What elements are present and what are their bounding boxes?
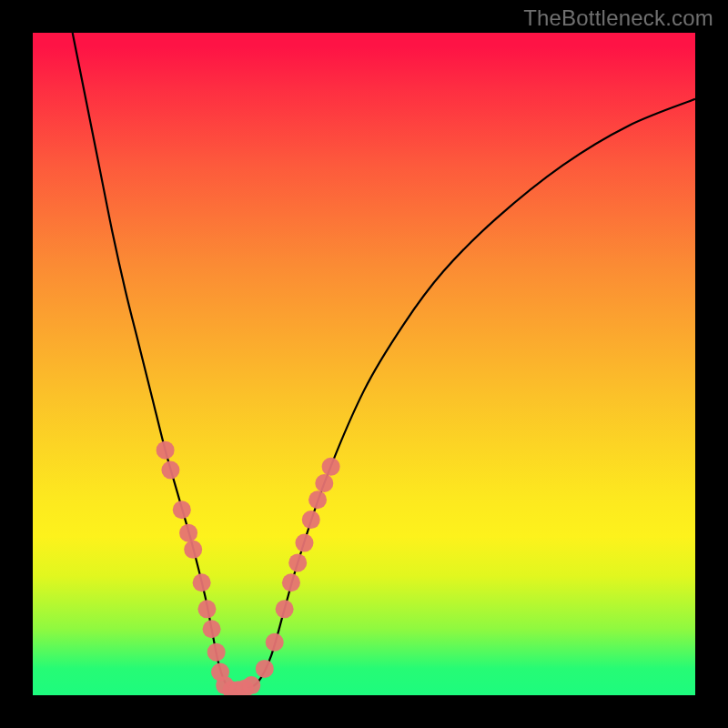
curve-marker <box>207 643 226 662</box>
curve-marker <box>242 676 260 694</box>
curve-marker <box>184 541 202 559</box>
curve-marker <box>173 500 191 519</box>
curve-layer <box>33 33 695 695</box>
curve-marker <box>302 511 320 529</box>
curve-marker <box>193 573 211 592</box>
marker-group <box>157 441 340 695</box>
chart-canvas: TheBottleneck.com <box>0 0 728 728</box>
curve-marker <box>161 460 179 479</box>
curve-marker <box>197 600 216 618</box>
curve-marker <box>315 474 333 492</box>
curve-marker <box>179 524 197 542</box>
curve-marker <box>256 660 274 678</box>
curve-marker <box>203 620 221 638</box>
curve-marker <box>276 600 294 618</box>
curve-marker <box>157 441 175 460</box>
curve-marker <box>288 553 307 571</box>
curve-marker <box>282 573 300 592</box>
curve-marker <box>308 490 327 509</box>
attribution-text: TheBottleneck.com <box>523 5 713 31</box>
curve-marker <box>266 633 284 652</box>
curve-marker <box>295 534 313 552</box>
bottleneck-curve <box>73 33 695 690</box>
curve-marker <box>322 458 340 476</box>
plot-area <box>33 33 695 695</box>
